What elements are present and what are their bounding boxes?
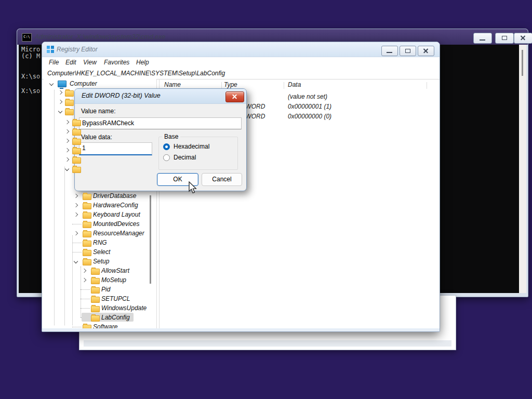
value-data-label: Value data:: [81, 134, 112, 141]
folder-icon: [91, 269, 100, 275]
menu-view[interactable]: View: [83, 59, 97, 66]
cmd-close-button[interactable]: [514, 33, 532, 44]
tree-item-software-partial[interactable]: Software: [44, 323, 156, 328]
maximize-icon: [502, 36, 507, 40]
chevron-right-icon[interactable]: [82, 278, 86, 282]
chevron-right-icon[interactable]: [58, 100, 62, 104]
tree-item-hardwareconfig[interactable]: HardwareConfig: [44, 201, 156, 210]
chevron-right-icon[interactable]: [58, 90, 62, 95]
value-data-cell: (value not set): [288, 93, 327, 100]
folder-icon: [72, 120, 81, 126]
column-header-type[interactable]: Type: [224, 81, 237, 88]
tree-item-mosetup[interactable]: MoSetup: [44, 276, 156, 285]
value-name-field[interactable]: BypassRAMCheck: [79, 117, 242, 129]
menu-favorites[interactable]: Favorites: [104, 59, 129, 66]
cmd-scrollbar-thumb[interactable]: [522, 50, 523, 76]
cancel-button[interactable]: Cancel: [202, 173, 242, 186]
value-name-label: Value name:: [81, 108, 116, 115]
minimize-icon: [387, 52, 392, 53]
column-header-data[interactable]: Data: [288, 81, 301, 88]
regedit-minimize-button[interactable]: [381, 46, 398, 56]
folder-icon: [91, 315, 100, 322]
folder-icon: [83, 259, 91, 265]
regedit-close-button[interactable]: [418, 46, 434, 56]
chevron-right-icon[interactable]: [65, 129, 69, 134]
folder-icon: [91, 287, 100, 294]
regedit-menubar: File Edit View Favorites Help: [42, 57, 440, 69]
regedit-titlebar[interactable]: Registry Editor: [42, 42, 440, 57]
maximize-icon: [405, 49, 410, 53]
chevron-right-icon[interactable]: [74, 231, 78, 235]
tree-item-select[interactable]: Select: [44, 248, 156, 257]
decimal-radio[interactable]: [163, 154, 170, 161]
mouse-cursor: [187, 181, 198, 195]
menu-file[interactable]: File: [49, 59, 59, 66]
tree-item-setupcl[interactable]: SETUPCL: [44, 295, 156, 303]
regedit-maximize-button[interactable]: [400, 46, 416, 56]
decimal-radio-label[interactable]: Decimal: [174, 154, 196, 161]
tree-item-pid[interactable]: Pid: [44, 285, 156, 294]
tree-item-labconfig-selected[interactable]: LabConfig: [44, 313, 156, 322]
folder-icon: [83, 203, 91, 209]
value-data-cell: 0x00000000 (0): [288, 113, 331, 120]
desktop-background: C:\ Administrator: X:\windows\system32\c…: [0, 0, 532, 399]
tree-item-label: Computer: [70, 80, 97, 87]
cmd-icon: C:\: [22, 33, 32, 42]
chevron-down-icon[interactable]: [65, 167, 69, 171]
chevron-right-icon[interactable]: [65, 157, 69, 162]
folder-icon: [65, 109, 74, 115]
setup-window-footer: [84, 340, 451, 347]
chevron-right-icon[interactable]: [82, 269, 86, 273]
chevron-right-icon[interactable]: [74, 212, 78, 217]
console-line: X:\so: [21, 73, 40, 80]
regedit-icon: [47, 46, 54, 53]
regedit-bottom-frame: [42, 328, 440, 331]
tree-item-driverdatabase[interactable]: DriverDatabase: [44, 192, 156, 201]
cmd-scrollbar[interactable]: [519, 45, 526, 293]
base-group-label: Base: [162, 133, 180, 140]
hexadecimal-radio[interactable]: [163, 143, 170, 150]
menu-edit[interactable]: Edit: [65, 59, 76, 66]
tree-item-setup[interactable]: Setup: [44, 257, 156, 266]
regedit-address-bar[interactable]: Computer\HKEY_LOCAL_MACHINE\SYSTEM\Setup…: [42, 68, 440, 79]
folder-icon: [83, 250, 91, 256]
folder-icon: [83, 212, 91, 219]
tree-item-allowstart[interactable]: AllowStart: [44, 267, 156, 275]
dialog-close-button[interactable]: [225, 91, 244, 102]
folder-icon: [83, 231, 91, 237]
folder-icon: [91, 306, 100, 312]
chevron-down-icon[interactable]: [58, 109, 62, 113]
tree-item-windowsupdate[interactable]: WindowsUpdate: [44, 304, 156, 313]
folder-icon: [72, 129, 81, 136]
cmd-minimize-button[interactable]: [473, 33, 492, 44]
value-data-input[interactable]: 1: [79, 142, 152, 155]
registry-path: Computer\HKEY_LOCAL_MACHINE\SYSTEM\Setup…: [47, 70, 225, 77]
cmd-maximize-button[interactable]: [495, 33, 514, 44]
tree-scrollbar-thumb[interactable]: [150, 195, 151, 284]
column-header-name[interactable]: Name: [164, 81, 181, 88]
chevron-down-icon[interactable]: [74, 259, 78, 263]
tree-item-rng[interactable]: RNG: [44, 238, 156, 247]
folder-icon: [91, 278, 100, 284]
tree-item-computer[interactable]: Computer: [44, 79, 156, 88]
menu-help[interactable]: Help: [136, 59, 149, 66]
folder-icon: [72, 148, 81, 154]
tree-item-keyboard-layout[interactable]: Keyboard Layout: [44, 210, 156, 219]
dialog-titlebar[interactable]: Edit DWORD (32-bit) Value: [75, 89, 246, 104]
computer-icon: [58, 81, 66, 87]
hexadecimal-radio-label[interactable]: Hexadecimal: [174, 143, 209, 150]
chevron-right-icon[interactable]: [74, 203, 78, 207]
value-data-cell: 0x00000001 (1): [288, 103, 331, 110]
chevron-right-icon[interactable]: [74, 194, 78, 198]
folder-icon: [72, 139, 81, 145]
chevron-right-icon[interactable]: [65, 148, 69, 152]
tree-item-mounteddevices[interactable]: MountedDevices: [44, 220, 156, 229]
chevron-down-icon[interactable]: [49, 82, 54, 86]
tree-item-resourcemanager[interactable]: ResourceManager: [44, 229, 156, 238]
chevron-right-icon[interactable]: [65, 120, 69, 124]
console-line: (c) M: [21, 52, 40, 60]
console-line: Micro: [21, 46, 40, 53]
cmd-title: Administrator: X:\windows\system32\cmd.e…: [35, 33, 165, 41]
chevron-right-icon[interactable]: [65, 139, 69, 143]
folder-icon: [72, 167, 81, 173]
